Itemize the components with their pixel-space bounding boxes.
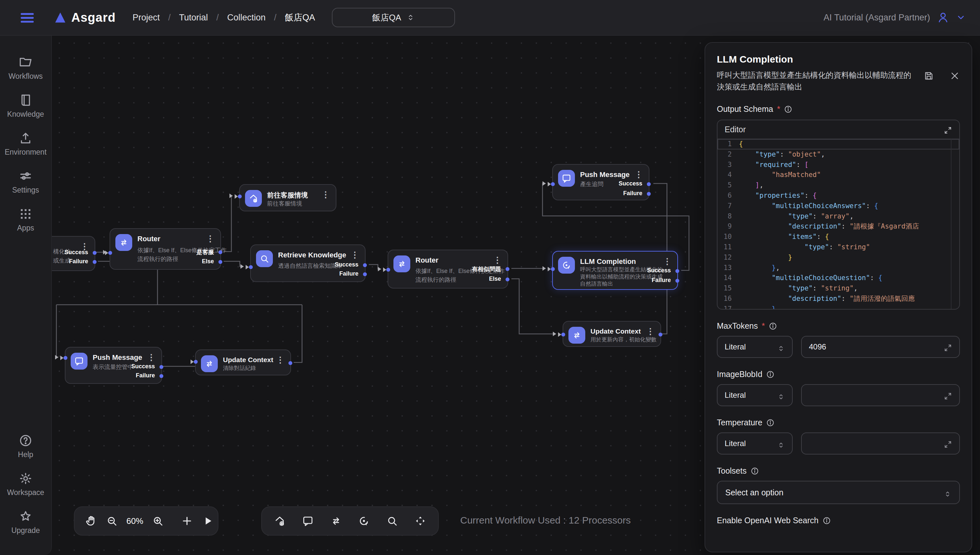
kebab-menu-icon[interactable]: ⋮	[322, 190, 330, 199]
output-port-是客服[interactable]: 是客服	[196, 248, 214, 256]
user-avatar-icon[interactable]	[937, 11, 950, 24]
breadcrumb-item-飯店qa[interactable]: 飯店QA	[285, 12, 315, 23]
chevron-down-icon[interactable]	[956, 13, 966, 22]
info-icon[interactable]	[766, 419, 775, 427]
kebab-menu-icon[interactable]: ⋮	[351, 250, 359, 259]
code-area[interactable]: 1{2 "type": "object",3 "required": [4 "h…	[717, 139, 959, 309]
node-router-1[interactable]: Router⋮依據If、Else If、Else條件決定工作流程執行的路徑是客服…	[109, 228, 221, 270]
add-push-message-icon[interactable]	[302, 515, 314, 527]
output-port-dot[interactable]	[159, 365, 163, 369]
output-port-有相似問題[interactable]: 有相似問題	[472, 265, 501, 273]
output-port-Success[interactable]: Success	[131, 363, 155, 370]
info-icon[interactable]	[769, 322, 777, 330]
toolsets-select[interactable]: Select an option	[717, 481, 960, 504]
input-port-dot[interactable]	[551, 182, 555, 186]
input-port-dot[interactable]	[386, 268, 390, 272]
node-llm-completion[interactable]: LLM Completion⋮呼叫大型語言模型並產生結構化的資料輸出以輔助流程的…	[552, 251, 678, 290]
value-type-select[interactable]: Literal	[717, 433, 793, 454]
hamburger-menu-icon[interactable]	[19, 9, 36, 26]
output-port-dot[interactable]	[363, 272, 367, 276]
sidebar-item-settings[interactable]: Settings	[5, 169, 46, 194]
node-retrieve-knowledge[interactable]: Retrieve Knowledge⋮透過自然語言檢索知識庫SuccessFai…	[250, 244, 365, 282]
param-value-input[interactable]	[801, 433, 960, 454]
sidebar-item-upgrade[interactable]: Upgrade	[11, 509, 40, 535]
save-icon[interactable]	[924, 71, 934, 81]
move-tool-icon[interactable]	[414, 515, 426, 527]
kebab-menu-icon[interactable]: ⋮	[493, 255, 502, 265]
output-port-dot[interactable]	[93, 260, 96, 264]
close-icon[interactable]	[950, 71, 960, 81]
kebab-menu-icon[interactable]: ⋮	[147, 353, 155, 362]
expand-icon[interactable]	[944, 125, 952, 133]
sidebar-item-help[interactable]: Help	[18, 433, 33, 459]
input-port-dot[interactable]	[238, 194, 242, 198]
output-port-dot[interactable]	[288, 361, 292, 365]
kebab-menu-icon[interactable]: ⋮	[276, 355, 285, 364]
output-port-dot[interactable]	[363, 263, 367, 267]
output-port-dot[interactable]	[506, 278, 509, 281]
output-port-dot[interactable]	[159, 374, 163, 378]
breadcrumb-item-project[interactable]: Project	[133, 13, 160, 23]
input-port-dot[interactable]	[249, 265, 253, 269]
value-type-select[interactable]: Literal	[717, 336, 793, 358]
output-port-dot[interactable]	[218, 250, 222, 254]
sidebar-item-environment[interactable]: Environment	[5, 131, 46, 157]
input-port-dot[interactable]	[551, 267, 555, 271]
info-icon[interactable]	[784, 105, 793, 114]
info-icon[interactable]	[751, 467, 759, 475]
kebab-menu-icon[interactable]: ⋮	[663, 257, 671, 266]
output-port-dot[interactable]	[676, 269, 679, 273]
output-port-dot[interactable]	[676, 279, 679, 283]
input-port-dot[interactable]	[194, 360, 198, 364]
node-update-context-init[interactable]: Update Context⋮用於更新內容，初始化變數	[563, 321, 661, 347]
output-port-Success[interactable]: Success	[335, 261, 359, 268]
sidebar-item-apps[interactable]: Apps	[5, 207, 46, 233]
param-value-input[interactable]	[801, 384, 960, 406]
expand-icon[interactable]	[944, 343, 952, 351]
node-router-2[interactable]: Router⋮依據If、Else If、Else條件決定工作流程執行的路徑有相似…	[388, 250, 508, 289]
output-port-Failure[interactable]: Failure	[69, 258, 88, 265]
logo[interactable]: Asgard	[53, 10, 116, 25]
output-port-Success[interactable]: Success	[619, 180, 642, 187]
add-retrieve-knowledge-icon[interactable]	[386, 515, 398, 527]
zoom-out-icon[interactable]	[106, 515, 118, 527]
value-type-select[interactable]: Literal	[717, 384, 793, 406]
workflow-selector[interactable]: 飯店QA	[332, 8, 455, 27]
editor-scrollbar[interactable]	[951, 139, 959, 309]
kebab-menu-icon[interactable]: ⋮	[206, 234, 215, 243]
kebab-menu-icon[interactable]: ⋮	[646, 327, 655, 336]
breadcrumb-item-collection[interactable]: Collection	[227, 13, 266, 23]
output-port-dot[interactable]	[93, 251, 96, 255]
output-port-Failure[interactable]: Failure	[652, 277, 671, 284]
node-push-message-ratelimit[interactable]: Push Message⋮表示流量控管中SuccessFailure	[65, 347, 162, 384]
output-port-Success[interactable]: Success	[64, 249, 88, 256]
input-port-dot[interactable]	[64, 356, 67, 360]
hand-icon[interactable]	[85, 515, 97, 527]
sidebar-item-knowledge[interactable]: Knowledge	[5, 93, 46, 119]
add-llm-completion-icon[interactable]	[358, 515, 370, 527]
output-port-Success[interactable]: Success	[647, 267, 671, 274]
output-port-Failure[interactable]: Failure	[623, 190, 642, 197]
output-port-dot[interactable]	[218, 260, 222, 264]
output-port-Else[interactable]: Else	[202, 258, 214, 265]
output-port-Failure[interactable]: Failure	[339, 270, 359, 277]
add-situation-icon[interactable]	[274, 515, 286, 527]
zoom-in-icon[interactable]	[152, 515, 164, 527]
output-port-dot[interactable]	[506, 267, 509, 271]
node-goto-support-situation[interactable]: 前往客服情境⋮前往客服情境	[239, 184, 336, 212]
output-port-Failure[interactable]: Failure	[136, 372, 155, 379]
sidebar-item-workflows[interactable]: Workflows	[5, 55, 46, 81]
input-port-dot[interactable]	[108, 251, 112, 255]
output-port-Else[interactable]: Else	[489, 276, 501, 282]
expand-icon[interactable]	[944, 391, 952, 399]
param-value-input[interactable]: 4096	[801, 336, 960, 358]
node-update-context-clear[interactable]: Update Context⋮清除對話紀錄	[195, 350, 291, 375]
add-update-context-icon[interactable]	[330, 515, 342, 527]
breadcrumb-item-tutorial[interactable]: Tutorial	[179, 13, 208, 23]
node-llm-cutoff[interactable]: ⋮構化的或生成SuccessFailure	[52, 236, 95, 271]
play-icon[interactable]	[202, 515, 214, 527]
node-push-message-followup[interactable]: Push Message⋮產生追問SuccessFailure	[552, 164, 649, 201]
output-port-dot[interactable]	[647, 182, 651, 186]
kebab-menu-icon[interactable]: ⋮	[634, 170, 643, 179]
add-icon[interactable]	[181, 515, 193, 527]
